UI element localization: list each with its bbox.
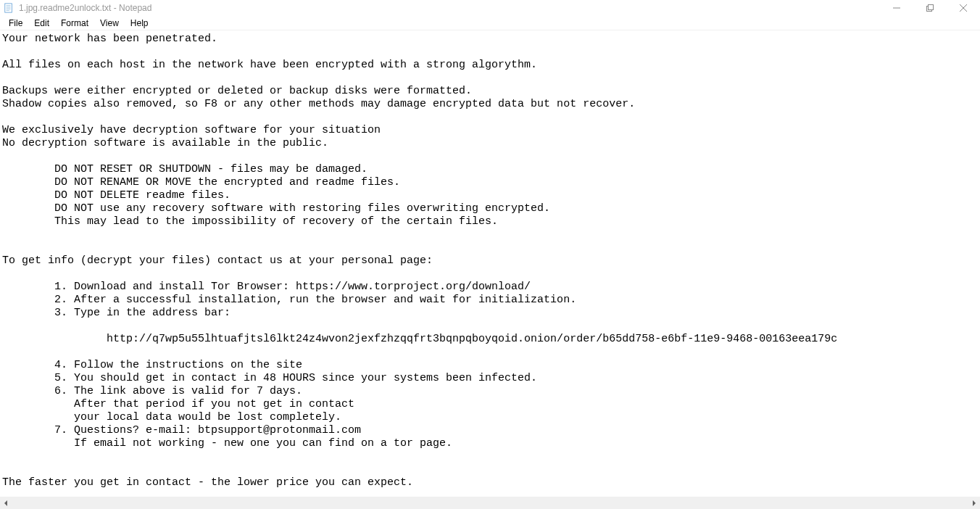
- window-controls: [880, 0, 980, 16]
- scroll-left-icon[interactable]: [1, 498, 12, 508]
- window-title: 1.jpg.readme2unlock.txt - Notepad: [19, 3, 880, 13]
- close-button[interactable]: [947, 0, 980, 16]
- menu-file[interactable]: File: [3, 16, 28, 30]
- editor-textarea[interactable]: Your network has been penetrated. All fi…: [0, 30, 980, 497]
- minimize-button[interactable]: [880, 0, 913, 16]
- maximize-button[interactable]: [913, 0, 947, 16]
- menu-view[interactable]: View: [94, 16, 125, 30]
- editor-area: Your network has been penetrated. All fi…: [0, 30, 980, 497]
- menubar: File Edit Format View Help: [0, 16, 980, 30]
- horizontal-scrollbar[interactable]: [0, 497, 980, 509]
- menu-edit[interactable]: Edit: [28, 16, 55, 30]
- titlebar: 1.jpg.readme2unlock.txt - Notepad: [0, 0, 980, 16]
- notepad-icon: [3, 2, 14, 14]
- scroll-right-icon[interactable]: [968, 498, 979, 508]
- menu-help[interactable]: Help: [125, 16, 154, 30]
- svg-rect-8: [929, 5, 934, 10]
- menu-format[interactable]: Format: [55, 16, 94, 30]
